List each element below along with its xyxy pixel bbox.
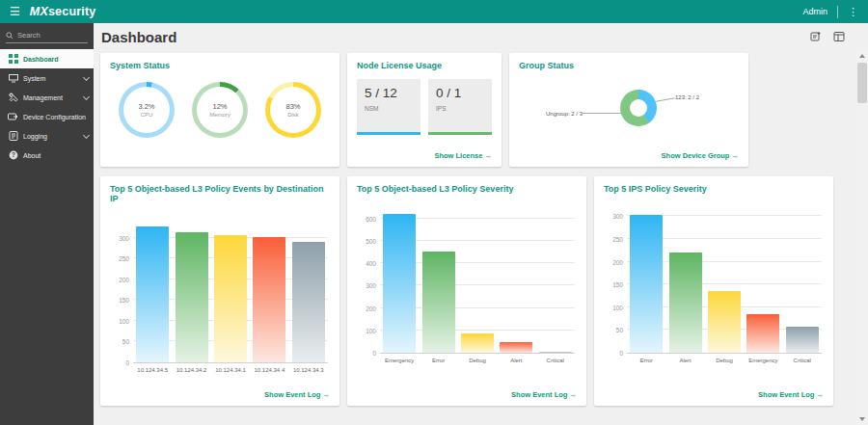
bars-container: [627, 207, 822, 353]
vertical-scrollbar[interactable]: [856, 50, 868, 425]
y-axis-tick: 300: [604, 213, 623, 220]
y-axis-tick: 400: [357, 260, 376, 267]
dashboard-icon: [8, 54, 18, 65]
app-header: ☰ MXsecurity Admin ⋮: [0, 0, 868, 23]
export-report-icon[interactable]: [810, 31, 822, 42]
bar-Alert[interactable]: [500, 342, 532, 353]
y-axis-tick: 300: [357, 282, 376, 289]
scroll-down-icon[interactable]: [856, 413, 868, 425]
x-axis-label: 10.124.34.5: [133, 367, 172, 373]
bars-container: [133, 217, 328, 362]
chart-card-ips-policy-severity: Top 5 IPS Policy Severity 05010015020025…: [594, 176, 833, 406]
system-status-gauges: 3.2%CPU12%Memory83%Disk: [110, 82, 330, 138]
bar-Error[interactable]: [422, 252, 455, 353]
chevron-down-icon: [83, 73, 90, 80]
gauge-label: Disk: [287, 112, 299, 118]
license-bar: [357, 132, 420, 135]
gauge-label: CPU: [141, 112, 153, 118]
menu-icon[interactable]: ☰: [10, 6, 20, 17]
scrollbar-thumb[interactable]: [857, 63, 867, 103]
x-axis-label: Error: [419, 358, 457, 363]
chart-title: Top 5 Object-based L3 Policy Severity: [357, 184, 577, 194]
y-axis-tick: 200: [110, 276, 129, 282]
sidebar-item-label: About: [23, 152, 41, 159]
chart-card-l3-policy-severity: Top 5 Object-based L3 Policy Severity 01…: [347, 176, 586, 406]
show-device-group-link[interactable]: Show Device Group →: [662, 151, 739, 160]
sidebar-item-system[interactable]: System: [0, 68, 94, 88]
y-axis-tick: 200: [604, 258, 623, 265]
y-axis-tick: 0: [604, 350, 623, 357]
y-axis-tick: 150: [604, 281, 623, 288]
bar-10.124.34.3[interactable]: [292, 242, 325, 362]
license-tile-ips: 0 / 1 IPS: [428, 79, 492, 135]
bar-Alert[interactable]: [669, 252, 702, 353]
y-axis-tick: 200: [357, 305, 376, 311]
management-icon: [8, 93, 18, 103]
bar-Emergency[interactable]: [383, 214, 416, 353]
bar-chart-plot[interactable]: 0100200300400500600: [380, 207, 575, 354]
sidebar-item-label: Logging: [23, 133, 47, 140]
show-license-link[interactable]: Show License →: [434, 151, 492, 160]
bar-Critical[interactable]: [539, 352, 572, 354]
y-axis-tick: 50: [110, 338, 129, 345]
logo-mx: MX: [30, 5, 48, 18]
y-axis-tick: 250: [110, 255, 129, 262]
chart-title: Top 5 IPS Policy Severity: [604, 184, 824, 194]
node-license-card: Node License Usage 5 / 12 NSM 0 / 1 IPS …: [347, 53, 502, 167]
y-axis-tick: 250: [604, 236, 623, 243]
bar-10.124.34.2[interactable]: [176, 232, 208, 362]
donut-label: 123: 2 / 2: [675, 94, 699, 100]
bar-chart-plot[interactable]: 050100150200250300: [133, 217, 328, 363]
x-axis-labels: EmergencyErrorDebugAlertCritical: [380, 358, 575, 363]
bar-Emergency[interactable]: [746, 314, 779, 353]
user-menu[interactable]: Admin: [802, 7, 827, 16]
kebab-menu-icon[interactable]: ⋮: [848, 7, 858, 17]
system-icon: [8, 73, 18, 84]
y-axis-tick: 100: [604, 304, 623, 310]
bar-10.124.34.4[interactable]: [253, 237, 285, 362]
x-axis-label: Error: [627, 358, 665, 363]
y-axis-tick: 150: [110, 297, 129, 304]
group-status-card: Group Status 123: 2 / 2 Ungroup: 2 / 3 S…: [509, 53, 748, 167]
sidebar-item-label: Device Configuration: [23, 114, 86, 120]
sidebar-item-management[interactable]: Management: [0, 88, 94, 107]
bar-10.124.34.1[interactable]: [214, 235, 247, 362]
gauge-value: 12%: [212, 102, 227, 111]
y-axis-tick: 100: [110, 317, 129, 324]
card-title: System Status: [110, 61, 330, 70]
sidebar-item-dashboard[interactable]: Dashboard: [0, 49, 94, 68]
gauge-value: 83%: [285, 102, 300, 111]
y-axis-tick: 600: [357, 215, 376, 222]
show-event-log-link[interactable]: Show Event Log →: [511, 390, 577, 399]
page-title: Dashboard: [101, 29, 176, 45]
device-configuration-icon: [8, 112, 18, 122]
sidebar-item-device-configuration[interactable]: Device Configuration: [0, 107, 94, 126]
chart-title: Top 5 Object-based L3 Policy Events by D…: [110, 184, 330, 203]
bar-Debug[interactable]: [461, 333, 494, 353]
bar-chart-plot[interactable]: 050100150200250300: [627, 207, 822, 354]
group-donut-plot: 123: 2 / 2 Ungroup: 2 / 3: [519, 70, 739, 147]
x-axis-label: Critical: [783, 358, 822, 363]
license-label: IPS: [436, 105, 484, 112]
x-axis-label: 10.124.34.1: [211, 367, 250, 373]
widget-layout-icon[interactable]: [833, 31, 845, 42]
scroll-up-icon[interactable]: [856, 50, 868, 62]
donut-leader-line: [583, 113, 621, 114]
x-axis-label: Alert: [497, 358, 535, 363]
sidebar-item-logging[interactable]: Logging: [0, 126, 94, 146]
card-title: Group Status: [519, 61, 739, 70]
x-axis-labels: ErrorAlertDebugEmergencyCritical: [627, 358, 822, 363]
bar-Critical[interactable]: [786, 327, 819, 353]
donut-label: Ungroup: 2 / 3: [546, 111, 583, 117]
search-input[interactable]: [17, 31, 85, 40]
group-donut-chart[interactable]: [620, 90, 657, 126]
bar-Debug[interactable]: [708, 291, 741, 353]
bar-10.124.34.5[interactable]: [136, 226, 169, 363]
show-event-log-link[interactable]: Show Event Log →: [758, 390, 824, 399]
bar-Error[interactable]: [630, 215, 663, 353]
license-value: 0 / 1: [436, 86, 484, 100]
y-axis-tick: 0: [110, 359, 129, 366]
show-event-log-link[interactable]: Show Event Log →: [264, 390, 330, 399]
x-axis-label: Debug: [705, 358, 744, 363]
sidebar-item-about[interactable]: ? About: [0, 146, 94, 165]
